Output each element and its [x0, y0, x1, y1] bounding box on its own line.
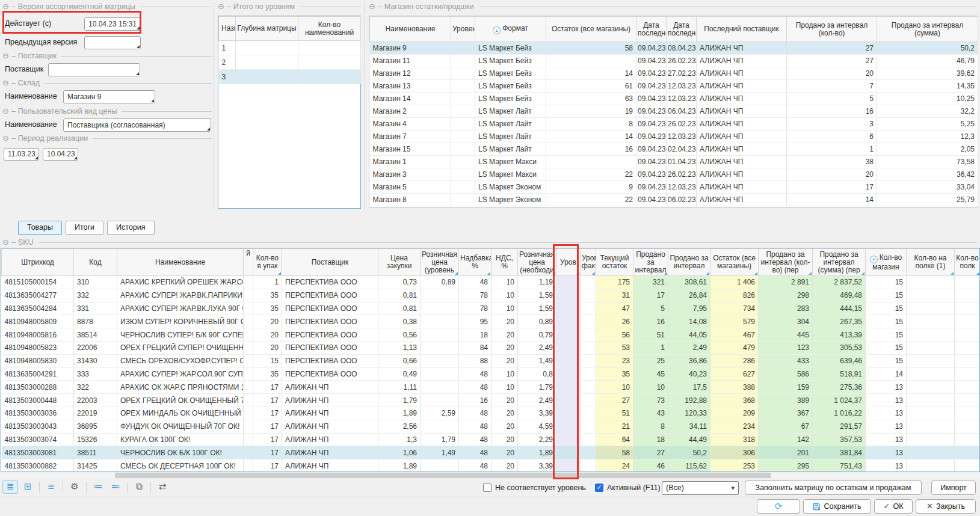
levels-col-count[interactable]: Кол-во наименований — [298, 17, 361, 41]
valid-from-input[interactable]: 10.04.23 15:31 — [84, 17, 141, 31]
collapse-icon[interactable]: ⊖ — [218, 3, 224, 10]
sku-col-level[interactable]: Уров — [556, 249, 581, 276]
levels-row[interactable]: 1 — [219, 41, 361, 55]
sku-col-shelf-qty-1[interactable]: Кол-во на полке (1) — [907, 249, 955, 276]
sku-col-unit[interactable]: й — [244, 249, 253, 276]
sku-row[interactable]: 4813503000288 322 АРАХИС ОК ЖАР.С ПРЯНОС… — [2, 381, 980, 394]
refresh-button[interactable]: ⟳ — [757, 499, 800, 514]
stores-col-name[interactable]: Наименование — [370, 17, 451, 42]
level-filter-select[interactable]: (Все) ▾ — [662, 481, 739, 495]
sku-col-interval-sum[interactable]: Продано за интервал (сумма) (пер — [813, 249, 866, 276]
stores-col-sold-qty[interactable]: Продано за интервал (кол-во) — [787, 17, 877, 42]
sku-col-retail-price-level[interactable]: Розничная цена (уровень — [421, 249, 459, 276]
store-row[interactable]: Магазин 5 LS Маркет Эконом 9 09.04.23 12… — [370, 181, 978, 194]
warehouse-name-input[interactable]: Магазин 9 — [63, 90, 155, 103]
stores-col-format[interactable]: ▲Формат — [475, 17, 546, 42]
store-row[interactable]: Магазин 13 LS Маркет Бейз 61 09.04.23 12… — [370, 80, 978, 93]
sku-col-markup[interactable]: Надбавка, % — [459, 249, 492, 276]
horizontal-scrollbar[interactable] — [1, 473, 979, 478]
collapse-icon[interactable]: ⊖ — [2, 79, 9, 87]
scrollbar-thumb[interactable] — [115, 473, 771, 478]
levels-col-depth[interactable]: Глубина матрицы — [236, 17, 298, 41]
ok-button[interactable]: ✓ ОК — [874, 499, 913, 514]
stores-col-stock-all[interactable]: Остаток (все магазины) — [546, 17, 636, 42]
stores-col-last-supplier[interactable]: Последний поставщик — [697, 17, 787, 42]
collapse-icon[interactable]: ⊖ — [2, 239, 9, 246]
sku-col-vat[interactable]: НДС, % — [492, 249, 518, 276]
sku-row[interactable]: 4810948005809 8878 ИЗЮМ СУПЕР! КОРИЧНЕВЫ… — [2, 315, 980, 328]
sku-row[interactable]: 4810948005830 31430 СМЕСЬ ОРЕХОВ/СУХОФР.… — [2, 354, 980, 367]
sync-icon[interactable]: ⇄ — [155, 480, 170, 494]
add-list-icon[interactable]: ≕ — [108, 480, 123, 494]
sku-row[interactable]: 4813503003081 38511 ЧЕРНОСЛИВ ОК Б/К 100… — [2, 446, 980, 459]
settings-gear-icon[interactable]: ⚙ — [67, 480, 82, 494]
sku-col-name[interactable]: Наименование — [117, 249, 244, 276]
sku-row[interactable]: 4813635004277 332 АРАХИС СУПЕР! ЖАР.ВК.П… — [2, 289, 980, 302]
price-view-name-input[interactable]: Поставщика (согласованная) — [63, 118, 211, 132]
store-row[interactable]: Магазин 8 LS Маркет Эконом 22 09.04.23 0… — [370, 194, 978, 206]
list-view-icon[interactable]: ≣ — [2, 480, 18, 494]
collapse-icon[interactable]: ⊖ — [2, 108, 9, 115]
store-row[interactable]: Магазин 1 LS Маркет Макси 09.04.23 01.04… — [370, 156, 978, 168]
store-row[interactable]: Магазин 14 LS Маркет Бейз 63 09.04.23 12… — [370, 93, 978, 105]
sku-col-barcode[interactable]: Штрихкод — [2, 249, 74, 276]
stores-col-sold-sum[interactable]: Продано за интервал (сумма) — [877, 17, 978, 42]
sku-col-stock-all[interactable]: Остаток (все магазины) — [710, 249, 759, 276]
export-icon[interactable]: ⧉ — [131, 480, 147, 494]
prev-version-input[interactable] — [84, 36, 141, 49]
store-row[interactable]: Магазин 2 LS Маркет Лайт 19 09.04.23 06.… — [370, 105, 978, 118]
store-row[interactable]: Магазин 9 LS Маркет Бейз 58 09.04.23 08.… — [370, 42, 978, 55]
stores-col-level[interactable]: Уровен — [451, 17, 475, 42]
sku-col-retail-price-needed[interactable]: Розничная цена (необходи — [518, 249, 556, 276]
sku-col-interval-qty[interactable]: Продано за интервал (кол-во) (пер — [759, 249, 813, 276]
sku-col-supplier[interactable]: Поставщик — [282, 249, 378, 276]
sku-col-pack-qty[interactable]: Кол-во в упак — [253, 249, 282, 276]
sku-col-sold-sum[interactable]: Продано за интервал — [668, 249, 710, 276]
fill-matrix-button[interactable]: Заполнить матрицу по остаткам и продажам — [745, 481, 922, 495]
collapse-icon[interactable]: ⊖ — [2, 52, 9, 60]
period-to-input[interactable]: 10.04.23 — [43, 148, 78, 161]
store-row[interactable]: Магазин 12 LS Маркет Бейз 14 09.04.23 27… — [370, 67, 978, 80]
import-button[interactable]: Импорт — [931, 481, 976, 495]
grid-view-icon[interactable]: ⊞ — [20, 480, 35, 494]
filter-icon[interactable]: ≡ — [43, 480, 59, 494]
sku-col-level-fact[interactable]: Уров факт — [581, 249, 596, 276]
sku-col-sold-qty[interactable]: Продано за интервал — [633, 249, 668, 276]
sku-row[interactable]: 4813635004291 333 АРАХИС СУПЕР! ЖАР.СОЛ.… — [2, 367, 980, 381]
sku-col-current-stock[interactable]: Текущий остаток — [596, 249, 633, 276]
sku-col-shelf-qty-2[interactable]: Кол-во полк — [955, 249, 980, 276]
tab-totals[interactable]: Итоги — [66, 221, 103, 235]
active-checkbox[interactable] — [595, 484, 603, 492]
sku-col-code[interactable]: Код — [74, 249, 117, 276]
stores-col-last-date-2[interactable]: Дата последне — [667, 17, 697, 42]
sku-row[interactable]: 4813503003036 22019 ОРЕХ МИНДАЛЬ ОК ОЧИЩ… — [2, 407, 980, 420]
tab-history[interactable]: История — [107, 221, 154, 235]
close-button[interactable]: ✕ Закрыть — [916, 499, 976, 514]
numbered-list-icon[interactable]: ≔ — [90, 480, 106, 494]
sku-row[interactable]: 4813635004284 331 АРАХИС СУПЕР! ЖАР.ВК.Л… — [2, 302, 980, 315]
store-row[interactable]: Магазин 11 LS Маркет Бейз 09.04.23 26.02… — [370, 55, 978, 67]
collapse-icon[interactable]: ⊖ — [2, 135, 9, 142]
levels-row[interactable]: 2 — [219, 55, 361, 70]
sku-col-store-count[interactable]: ▼Кол-во магазин — [866, 249, 907, 276]
store-row[interactable]: Магазин 7 LS Маркет Лайт 14 09.04.23 12.… — [370, 131, 978, 143]
sku-row[interactable]: 4810948005816 38514 ЧЕРНОСЛИВ СУПЕР! Б/К… — [2, 328, 980, 342]
store-row[interactable]: Магазин 15 LS Маркет Лайт 16 09.04.23 02… — [370, 143, 978, 156]
sku-row[interactable]: 4813503000882 31425 СМЕСЬ ОК ДЕСЕРТНАЯ 1… — [2, 459, 980, 472]
sku-row[interactable]: 4813503003074 15326 КУРАГА ОК 100Г ОК! 1… — [2, 433, 980, 446]
collapse-icon[interactable]: ⊖ — [2, 3, 9, 10]
sku-col-purchase-price[interactable]: Цена закупки — [378, 249, 421, 276]
sku-row[interactable]: 4813503003043 36895 ФУНДУК ОК ОЧИЩЕННЫЙ … — [2, 420, 980, 433]
tab-goods[interactable]: Товары — [18, 221, 62, 235]
period-from-input[interactable]: 11.03.23 — [4, 148, 39, 161]
stores-col-last-date-1[interactable]: Дата последне — [636, 17, 667, 42]
sku-row[interactable]: 4815105000154 310 АРАХИС КРЕПКИЙ ОРЕШЕК … — [2, 276, 980, 289]
save-button[interactable]: Сохранить — [803, 499, 871, 514]
mismatch-level-checkbox[interactable] — [483, 484, 492, 492]
store-row[interactable]: Магазин 4 LS Маркет Лайт 8 09.04.23 26.0… — [370, 118, 978, 131]
collapse-icon[interactable]: ⊖ — [369, 3, 375, 10]
supplier-input[interactable] — [48, 63, 140, 76]
store-row[interactable]: Магазин 3 LS Маркет Макси 22 09.04.23 26… — [370, 168, 978, 181]
sku-row[interactable]: 4813503000448 22003 ОРЕХ ГРЕЦКИЙ ОК ОЧИЩ… — [2, 394, 980, 407]
levels-col-name[interactable]: Назв — [219, 17, 236, 41]
